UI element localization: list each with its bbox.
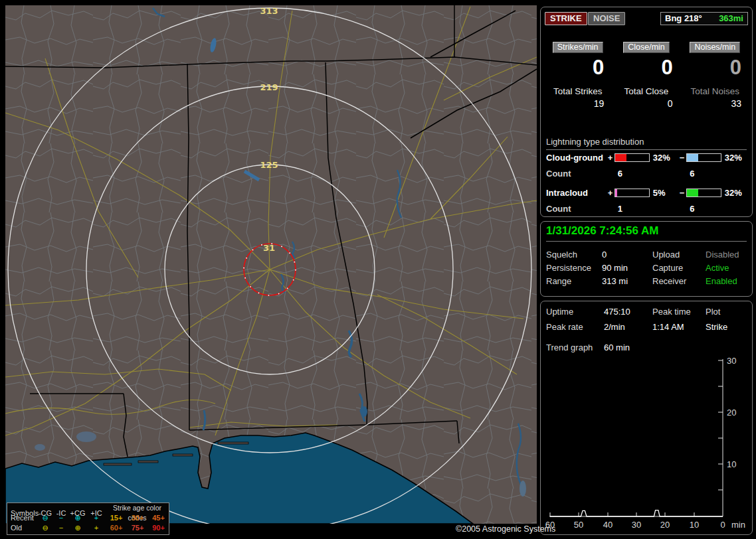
y-tick-20: 20 bbox=[727, 408, 736, 418]
x-tick-0: 0 bbox=[720, 520, 725, 530]
rate-counters: Strikes/min Close/min Noises/min 0 0 0 T… bbox=[543, 42, 749, 109]
close-per-min-button[interactable]: Close/min bbox=[623, 42, 670, 53]
close-per-min-value: 0 bbox=[612, 56, 680, 79]
persistence-value: 90 min bbox=[602, 263, 652, 273]
trend-graph: 30 20 10 60 50 40 30 20 10 0 min bbox=[541, 301, 752, 534]
cg-positive-count: 6 bbox=[618, 169, 688, 179]
counters-panel: STRIKE NOISE Bng 218° 363mi Strikes/min … bbox=[540, 7, 753, 217]
ring-label-313: 313 bbox=[260, 6, 278, 16]
ic-negative-bar bbox=[686, 189, 721, 197]
ring-label-31: 31 bbox=[263, 243, 275, 253]
copyright-text: ©2005 Astrogenic Systems bbox=[456, 524, 555, 534]
bearing-readout: Bng 218° 363mi bbox=[660, 12, 748, 25]
datetime-display: 1/31/2026 7:24:56 AM bbox=[546, 224, 747, 242]
cg-negative-bar-fill bbox=[687, 154, 698, 161]
strikes-per-min-value: 0 bbox=[543, 56, 612, 79]
cg-negative-pct: 32% bbox=[721, 153, 749, 163]
age-code-60: 60+ bbox=[106, 523, 127, 533]
x-tick-50: 50 bbox=[574, 520, 583, 530]
pos-ic-recent-icon: + bbox=[87, 513, 106, 523]
total-strikes-label: Total Strikes bbox=[543, 86, 612, 96]
strike-mode-button[interactable]: STRIKE bbox=[545, 12, 587, 25]
total-close-value: 0 bbox=[612, 98, 680, 109]
y-tick-30: 30 bbox=[727, 356, 736, 366]
distribution-title: Lightning type distribution bbox=[546, 137, 747, 150]
capture-value: Active bbox=[706, 263, 747, 273]
ic-positive-count: 1 bbox=[618, 204, 688, 214]
status-row: Squelch 0 Upload Disabled bbox=[546, 250, 747, 260]
noise-mode-button[interactable]: NOISE bbox=[588, 12, 625, 25]
ring-label-125: 125 bbox=[260, 160, 278, 170]
noises-per-min-value: 0 bbox=[681, 56, 749, 79]
status-row: Range 313 mi Receiver Enabled bbox=[546, 276, 747, 286]
x-tick-20: 20 bbox=[660, 520, 670, 530]
status-row: Persistence 90 min Capture Active bbox=[546, 263, 747, 273]
capture-label: Capture bbox=[652, 263, 706, 273]
x-tick-10: 10 bbox=[690, 520, 699, 530]
pos-cg-old-icon: ⊕ bbox=[68, 523, 87, 533]
lightning-map[interactable]: 313 219 125 31 bbox=[5, 5, 537, 524]
cloud-ground-count-row: Count 6 6 bbox=[546, 169, 694, 179]
minus-sign: − bbox=[678, 153, 686, 163]
cg-negative-bar bbox=[686, 153, 721, 162]
strikes-per-min-button[interactable]: Strikes/min bbox=[553, 42, 603, 53]
legend-old-label: Old bbox=[7, 523, 37, 533]
legend-recent-label: Recent bbox=[7, 513, 37, 523]
age-code-15: 15+ bbox=[106, 513, 127, 523]
intracloud-label: Intracloud bbox=[546, 188, 606, 198]
pos-ic-old-icon: + bbox=[87, 523, 106, 533]
age-code-30: 30+ bbox=[127, 513, 148, 523]
cloud-ground-row: Cloud-ground + 32% − 32% bbox=[546, 153, 749, 163]
trend-axes bbox=[549, 359, 723, 516]
neg-ic-old-icon: − bbox=[54, 523, 68, 533]
legend-header-row: Symbols -CG -IC +CG +IC Strike age color… bbox=[7, 503, 169, 513]
ic-positive-pct: 5% bbox=[650, 188, 678, 198]
legend-recent-row: Recent ⊖ − ⊕ + 15+ 30+ 45+ bbox=[7, 513, 169, 523]
bearing-label: Bng 218° bbox=[665, 13, 702, 23]
count-label: Count bbox=[546, 204, 615, 214]
status-panel: 1/31/2026 7:24:56 AM Squelch 0 Upload Di… bbox=[540, 221, 753, 297]
ring-label-219: 219 bbox=[260, 82, 278, 92]
minus-sign: − bbox=[678, 188, 686, 198]
bearing-distance: 363mi bbox=[719, 13, 743, 23]
cg-positive-pct: 32% bbox=[650, 153, 678, 163]
cloud-ground-label: Cloud-ground bbox=[546, 153, 606, 163]
cg-positive-bar-fill bbox=[615, 154, 626, 161]
plus-sign: + bbox=[606, 153, 614, 163]
legend-old-row: Old ⊖ − ⊕ + 60+ 75+ 90+ bbox=[7, 523, 169, 533]
ic-negative-count: 6 bbox=[690, 204, 694, 214]
neg-cg-recent-icon: ⊖ bbox=[37, 513, 54, 523]
trend-panel: Uptime 475:10 Peak time Plot Peak rate 2… bbox=[540, 301, 753, 535]
squelch-label: Squelch bbox=[546, 250, 602, 260]
ic-positive-bar bbox=[614, 189, 650, 197]
age-code-90: 90+ bbox=[148, 523, 169, 533]
noises-per-min-button[interactable]: Noises/min bbox=[690, 42, 740, 53]
total-strikes-value: 19 bbox=[543, 98, 612, 109]
total-noises-value: 33 bbox=[681, 98, 749, 109]
ic-negative-bar-fill bbox=[687, 189, 698, 196]
ic-negative-pct: 32% bbox=[721, 188, 749, 198]
intracloud-row: Intracloud + 5% − 32% bbox=[546, 188, 749, 198]
persistence-label: Persistence bbox=[546, 263, 602, 273]
total-close-label: Total Close bbox=[612, 86, 680, 96]
receiver-value: Enabled bbox=[706, 276, 747, 286]
cg-negative-count: 6 bbox=[690, 169, 694, 179]
map-canvas: 313 219 125 31 bbox=[5, 5, 537, 524]
intracloud-count-row: Count 1 6 bbox=[546, 204, 694, 214]
x-tick-30: 30 bbox=[632, 520, 641, 530]
plus-sign: + bbox=[606, 188, 614, 198]
neg-cg-old-icon: ⊖ bbox=[37, 523, 54, 533]
receiver-label: Receiver bbox=[652, 276, 706, 286]
symbol-legend: Symbols -CG -IC +CG +IC Strike age color… bbox=[7, 502, 169, 535]
x-tick-40: 40 bbox=[603, 520, 613, 530]
neg-ic-recent-icon: − bbox=[54, 513, 68, 523]
trend-axis-labels: 30 20 10 60 50 40 30 20 10 0 min bbox=[545, 356, 745, 530]
range-label: Range bbox=[546, 276, 602, 286]
upload-value: Disabled bbox=[706, 250, 747, 260]
cg-positive-bar bbox=[614, 153, 650, 162]
ic-positive-bar-fill bbox=[615, 189, 617, 196]
upload-label: Upload bbox=[652, 250, 706, 260]
age-code-45: 45+ bbox=[148, 513, 169, 523]
total-noises-label: Total Noises bbox=[681, 86, 749, 96]
pos-cg-recent-icon: ⊕ bbox=[68, 513, 87, 523]
